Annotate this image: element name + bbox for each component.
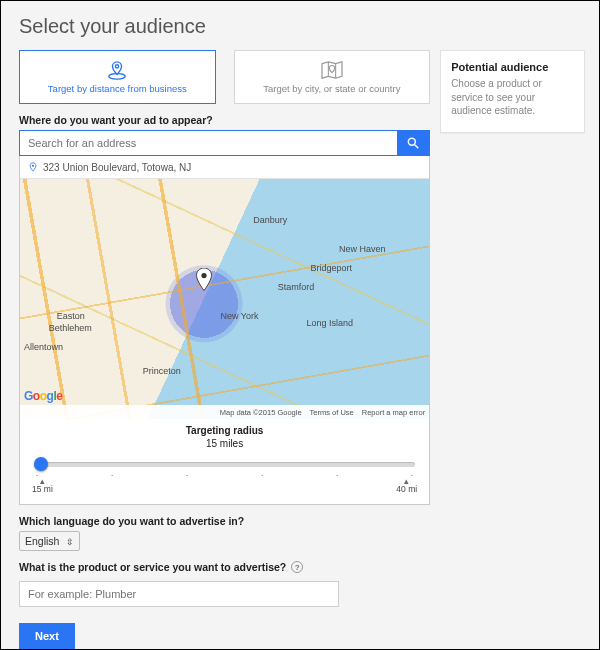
language-question-label: Which language do you want to advertise … — [19, 515, 430, 527]
svg-point-4 — [32, 165, 34, 167]
map-canvas[interactable]: New York Stamford New Haven Danbury Brid… — [20, 179, 429, 419]
location-radius-icon — [106, 60, 128, 80]
search-button[interactable] — [397, 131, 429, 155]
potential-audience-title: Potential audience — [451, 61, 574, 73]
map-terms-link[interactable]: Terms of Use — [310, 408, 354, 417]
map-fold-icon — [320, 60, 344, 80]
map-city-label: New Haven — [339, 244, 386, 254]
svg-line-3 — [415, 145, 419, 149]
svg-point-5 — [201, 273, 206, 278]
map-city-label: Danbury — [253, 215, 287, 225]
pinned-address-text: 323 Union Boulevard, Totowa, NJ — [43, 162, 191, 173]
map-city-label: Stamford — [278, 282, 315, 292]
map-city-label: Bridgeport — [310, 263, 352, 273]
page-title: Select your audience — [1, 1, 599, 38]
slider-track — [34, 462, 415, 467]
next-button[interactable]: Next — [19, 623, 75, 649]
potential-audience-body: Choose a product or service to see your … — [451, 77, 574, 118]
map-city-label: New York — [220, 311, 258, 321]
updown-icon: ⇳ — [66, 537, 74, 547]
help-icon[interactable]: ? — [291, 561, 303, 573]
map-roads-layer — [20, 179, 429, 419]
slider-ticks: ······ — [34, 471, 415, 480]
pinned-address-row[interactable]: 323 Union Boulevard, Totowa, NJ — [20, 156, 429, 179]
map-center-pin-icon — [195, 268, 213, 292]
language-select[interactable]: English ⇳ — [19, 531, 80, 551]
tab-label: Target by distance from business — [48, 83, 187, 94]
radius-value: 15 miles — [30, 438, 419, 449]
pin-icon — [28, 161, 38, 173]
svg-point-1 — [116, 65, 119, 68]
where-question-label: Where do you want your ad to appear? — [19, 114, 430, 126]
product-input[interactable] — [19, 581, 339, 607]
slider-thumb[interactable] — [34, 457, 48, 471]
tab-target-by-location[interactable]: Target by city, or state or country — [234, 50, 431, 104]
search-icon — [406, 136, 420, 150]
radius-min-label: 15 mi — [32, 478, 53, 494]
map-city-label: Easton — [57, 311, 85, 321]
google-logo: Google — [24, 389, 62, 403]
svg-point-2 — [408, 138, 415, 145]
map-report-link[interactable]: Report a map error — [362, 408, 425, 417]
language-selected-value: English — [25, 535, 59, 547]
tab-target-by-distance[interactable]: Target by distance from business — [19, 50, 216, 104]
potential-audience-card: Potential audience Choose a product or s… — [440, 50, 585, 133]
product-question-label: What is the product or service you want … — [19, 561, 286, 573]
map-city-label: Princeton — [143, 366, 181, 376]
radius-title: Targeting radius — [30, 425, 419, 436]
radius-max-label: 40 mi — [396, 478, 417, 494]
tab-label: Target by city, or state or country — [263, 83, 400, 94]
address-search-input[interactable] — [20, 131, 397, 155]
map-attribution: Map data ©2015 Google — [220, 408, 302, 417]
map-city-label: Allentown — [24, 342, 63, 352]
radius-slider[interactable]: ······ — [34, 455, 415, 475]
map-city-label: Long Island — [306, 318, 353, 328]
map-city-label: Bethlehem — [49, 323, 92, 333]
